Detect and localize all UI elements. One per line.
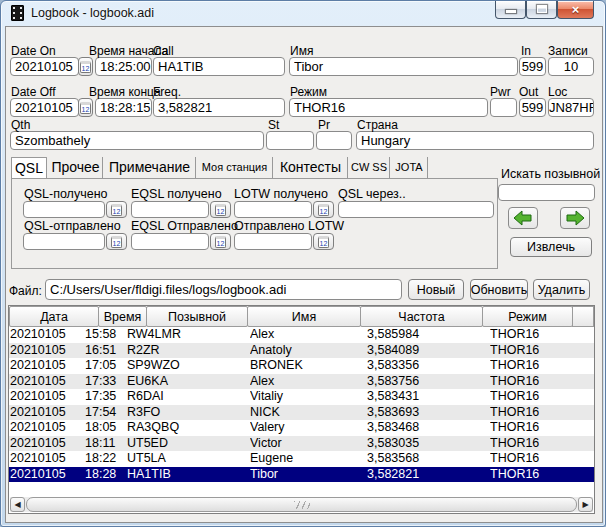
pr-field[interactable] xyxy=(316,131,352,150)
eqsl-sent-calendar-button[interactable]: 12 xyxy=(210,233,231,250)
cell-name: Alex xyxy=(250,374,367,390)
eqsl-sent-field[interactable] xyxy=(131,233,209,250)
eqsl-received-field[interactable] xyxy=(131,201,209,218)
minimize-button[interactable] xyxy=(495,1,526,19)
rst-in-label: In xyxy=(521,44,531,58)
scrollbar-thumb[interactable] xyxy=(26,497,577,512)
header-name[interactable]: Имя xyxy=(247,306,361,327)
table-row[interactable]: 2021010516:51R2ZRAnatoly3,584089THOR16 xyxy=(9,343,594,359)
calendar-icon: 12 xyxy=(111,236,122,248)
loc-label: Loc xyxy=(548,85,567,99)
tab-jota[interactable]: JOTA xyxy=(391,157,428,178)
scroll-left-button[interactable]: ◀ xyxy=(10,497,25,512)
logbook-app-icon xyxy=(11,5,24,21)
date-off-calendar-button[interactable]: 12 xyxy=(78,98,93,117)
scroll-right-button[interactable]: ▶ xyxy=(578,497,593,512)
header-callsign[interactable]: Позывной xyxy=(146,306,248,327)
cell-callsign: R2ZR xyxy=(127,343,250,359)
tab-contests[interactable]: Контесты xyxy=(274,157,348,178)
arrow-left-icon xyxy=(511,209,535,227)
tab-my-station[interactable]: Моя станция xyxy=(197,157,273,178)
header-frequency[interactable]: Частота xyxy=(360,306,483,327)
country-field[interactable] xyxy=(356,131,594,150)
qsl-sent-field[interactable] xyxy=(23,233,105,250)
extract-button[interactable]: Извлечь xyxy=(510,237,592,257)
lotw-received-calendar-button[interactable]: 12 xyxy=(313,201,334,218)
search-callsign-input[interactable] xyxy=(498,184,595,201)
table-row[interactable]: 2021010517:05SP9WZOBRONEK3,583356THOR16 xyxy=(9,358,594,374)
qsl-received-field[interactable] xyxy=(23,201,105,218)
search-prev-button[interactable] xyxy=(508,207,538,229)
date-on-field[interactable] xyxy=(10,57,79,76)
cell-frequency: 3,585984 xyxy=(367,327,490,343)
pwr-field[interactable] xyxy=(490,98,517,117)
cell-mode: THOR16 xyxy=(490,436,594,452)
qth-field[interactable] xyxy=(10,131,264,150)
mode-field[interactable] xyxy=(289,98,488,117)
table-row-selected[interactable]: 2021010518:28HA1TIBTibor3,582821THOR16 xyxy=(9,467,594,483)
cell-callsign: R6DAI xyxy=(127,389,250,405)
tab-notes[interactable]: Примечание xyxy=(104,157,196,178)
window-title: Logbook - logbook.adi xyxy=(31,6,154,20)
header-filler xyxy=(572,306,594,327)
rst-out-field[interactable] xyxy=(519,98,546,117)
table-row[interactable]: 2021010517:33EU6KAAlex3,583756THOR16 xyxy=(9,374,594,390)
st-field[interactable] xyxy=(266,131,314,150)
time-on-field[interactable] xyxy=(95,57,152,76)
search-next-button[interactable] xyxy=(560,207,590,229)
cell-date: 20210105 xyxy=(9,467,85,483)
cell-date: 20210105 xyxy=(9,451,85,467)
name-field[interactable] xyxy=(289,57,518,76)
cell-mode: THOR16 xyxy=(490,327,594,343)
table-row[interactable]: 2021010517:54R3FONICK3,583693THOR16 xyxy=(9,405,594,421)
cell-name: Alex xyxy=(250,327,367,343)
header-mode[interactable]: Режим xyxy=(482,306,573,327)
close-button[interactable]: × xyxy=(557,1,594,19)
freq-field[interactable] xyxy=(153,98,285,117)
delete-button[interactable]: Удалить xyxy=(533,279,590,300)
header-date[interactable]: Дата xyxy=(9,306,99,327)
cell-callsign: RA3QBQ xyxy=(127,420,250,436)
call-label: Call xyxy=(153,44,174,58)
file-path-input[interactable] xyxy=(45,279,402,300)
close-icon: × xyxy=(558,2,593,17)
date-on-calendar-button[interactable]: 12 xyxy=(78,57,93,76)
table-row[interactable]: 2021010518:22UT5LAEugene3,583568THOR16 xyxy=(9,451,594,467)
table-row[interactable]: 2021010515:58RW4LMRAlex3,585984THOR16 xyxy=(9,327,594,343)
title-bar[interactable]: Logbook - logbook.adi × xyxy=(1,1,605,26)
qsl-via-field[interactable] xyxy=(338,201,494,218)
cell-frequency: 3,584089 xyxy=(367,343,490,359)
header-time[interactable]: Время xyxy=(98,306,147,327)
maximize-button[interactable] xyxy=(526,1,557,19)
loc-field[interactable] xyxy=(548,98,594,117)
rst-in-field[interactable] xyxy=(519,57,546,76)
horizontal-scrollbar[interactable]: ◀ ▶ xyxy=(10,497,593,512)
qsl-sent-calendar-button[interactable]: 12 xyxy=(106,233,127,250)
table-row[interactable]: 2021010517:35R6DAIVitaliy3,583431THOR16 xyxy=(9,389,594,405)
tab-qsl[interactable]: QSL xyxy=(11,157,47,178)
table-row[interactable]: 2021010518:11UT5EDVictor3,583035THOR16 xyxy=(9,436,594,452)
cell-mode: THOR16 xyxy=(490,389,594,405)
call-field[interactable] xyxy=(153,57,285,76)
tab-other[interactable]: Прочее xyxy=(49,157,103,178)
maximize-icon xyxy=(537,5,547,13)
tab-cw-ss[interactable]: CW SS xyxy=(349,157,390,178)
lotw-received-field[interactable] xyxy=(234,201,312,218)
date-off-field[interactable] xyxy=(10,98,79,117)
records-field[interactable] xyxy=(548,57,594,76)
new-button[interactable]: Новый xyxy=(408,279,464,300)
name-label: Имя xyxy=(290,44,313,58)
qsl-received-calendar-button[interactable]: 12 xyxy=(106,201,127,218)
cell-name: NICK xyxy=(250,405,367,421)
update-button[interactable]: Обновить xyxy=(470,279,528,300)
table-row[interactable]: 2021010518:05RA3QBQValery3,583468THOR16 xyxy=(9,420,594,436)
log-table: Дата Время Позывной Имя Частота Режим 20… xyxy=(8,305,595,514)
eqsl-received-calendar-button[interactable]: 12 xyxy=(210,201,231,218)
lotw-sent-calendar-button[interactable]: 12 xyxy=(313,233,334,250)
freq-label: Freq. xyxy=(153,85,181,99)
qsl-sent-label: QSL-отправлено xyxy=(24,219,121,233)
cell-mode: THOR16 xyxy=(490,343,594,359)
date-on-label: Date On xyxy=(11,44,56,58)
lotw-sent-field[interactable] xyxy=(234,233,312,250)
time-off-field[interactable] xyxy=(95,98,152,117)
